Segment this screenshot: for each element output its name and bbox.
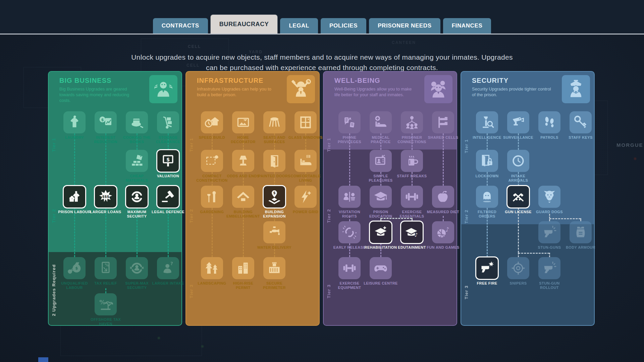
upgrade-valuation[interactable]: $ [156,149,180,173]
cctv-icon [511,115,526,130]
upgrade-seats-and-surfaces[interactable] [263,111,285,133]
tab-finances[interactable]: FINANCES [443,18,491,34]
upgrade-super-max-security[interactable] [126,257,148,279]
connector-dashed [443,133,444,186]
bureaucracy-screen: SHOWERCELLYARDCELLCANTEENMORGUE CONTRACT… [0,0,644,362]
upgrade-patrols[interactable] [538,111,560,133]
upgrade-medical-practice[interactable] [370,111,392,133]
grad-cap-note-icon: ♪ [405,225,419,240]
upgrade-secure-perimeter[interactable] [263,257,285,279]
upgrade-intake-arrivals[interactable] [507,150,529,172]
upgrade-gun-license[interactable] [506,185,530,208]
upgrade-building-embellishment[interactable] [232,186,254,208]
hand-truck-icon [161,115,175,130]
upgrade-high-rise-permit[interactable] [232,257,254,279]
book-pan-icon [129,115,144,130]
background-area-label: CANTEEN [392,40,416,45]
upgrade-lockdown[interactable] [476,150,498,172]
upgrade-maximum-security[interactable] [125,185,149,208]
upgrade-leisure-centre[interactable] [370,257,392,279]
upgrade-interest-reduction[interactable]: $ [95,111,117,133]
tab-policies[interactable]: POLICIES [321,18,366,34]
pine-trees-icon [205,261,219,276]
upgrade-offshore-tax-haven[interactable]: % [95,293,117,315]
upgrade-early-release[interactable] [338,221,361,243]
upgrade-staff-breaks[interactable] [401,150,423,172]
upgrade-tax-relief[interactable]: % [95,257,117,279]
upgrade-measured-diet[interactable] [432,186,454,208]
businessman-money-icon [153,79,173,99]
upgrade-phone-privileges[interactable] [338,111,361,133]
bolt-plus-icon [298,189,313,204]
connector-dashed [549,214,550,221]
connector-dashed [105,133,106,186]
upgrade-rehabilitation[interactable] [369,221,392,244]
upgrade-shared-cells[interactable] [432,111,454,133]
connector-dashed [580,218,581,221]
mug-icon [405,154,419,168]
percent-palm-icon: % [98,297,113,312]
upgrade-body-armour[interactable] [570,221,592,243]
connector-dashed [74,208,75,257]
upgrade-comfortable-living[interactable] [294,150,317,172]
upgrade-building-expansion[interactable]: $ [263,185,286,208]
upgrade-prisoner-connections[interactable] [401,111,423,133]
upgrade-painted-doors[interactable] [263,150,285,172]
upgrade-exercise-equipment[interactable] [338,257,361,279]
lamp-icon [236,154,251,168]
upgrade-snipers[interactable] [507,257,529,279]
upgrade-intelligence[interactable] [476,111,498,133]
upgrade-simple-pleasures[interactable] [370,150,392,172]
upgrade-prison-labour[interactable] [63,185,86,208]
connector-dashed [518,208,519,253]
upgrade-surveillance[interactable] [507,111,529,133]
tab-prisoner-needs[interactable]: PRISONER NEEDS [369,18,440,34]
connector-dashed [349,243,350,257]
warden-icon [566,79,586,99]
ghost-icon [480,189,494,204]
upgrade-larger-intake[interactable]: ? [157,257,179,279]
upgrade-filtered-orders[interactable] [476,186,498,208]
upgrade-larger-loans[interactable]: $$$ [94,185,117,208]
upgrade-compact-construction[interactable] [201,150,223,172]
upgrade-cheap-materials[interactable] [126,150,148,172]
tab-legal[interactable]: LEGAL [280,18,318,34]
upgrade-stun-guns[interactable] [538,221,560,243]
upgrade-glass-windows[interactable] [294,111,317,133]
tab-contracts[interactable]: CONTRACTS [153,18,208,34]
connector-dashed [212,133,213,150]
background-map-dot [201,345,204,348]
panel-well-being-title: WELL-BEING [334,77,380,84]
picture-frame-icon [236,115,251,130]
upgrade-stun-gun-rollout[interactable] [538,257,560,279]
upgrade-home-decorator[interactable] [232,111,254,133]
connector-dashed [105,208,106,257]
upgrade-guard-dogs[interactable] [538,186,560,208]
upgrade-gardening[interactable] [201,186,223,208]
upgrade-cooking-the-books[interactable] [126,111,148,133]
upgrade-water-delivery[interactable] [263,221,285,243]
panel-infrastructure: INFRASTRUCTUREInfrastruture Upgrades can… [185,71,320,326]
pistol-burst-icon [480,261,494,276]
upgrade-power-grid[interactable] [294,186,317,208]
tab-bureaucracy[interactable]: BUREAUCRACY [211,15,278,34]
upgrade-odds-and-ends[interactable] [232,150,254,172]
upgrade-exercise-essentials[interactable] [401,186,423,208]
upgrade-edutainment[interactable]: ♪ [400,221,424,244]
upgrade-legal-defence[interactable] [156,185,180,208]
connector-dashed [243,133,244,150]
upgrade-prison-education[interactable] [370,186,392,208]
upgrade-storage-clearance[interactable] [157,111,179,133]
dumbbell-icon [405,189,419,204]
upgrade-staff-keys[interactable] [570,111,592,133]
upgrade-fun-and-games[interactable]: ♪ [432,221,454,243]
vest-icon [573,225,588,240]
upgrade-free-fire[interactable] [475,256,499,280]
upgrade-unqualified-labour[interactable]: $ [63,257,86,279]
upgrade-visitation-rights[interactable] [338,186,361,208]
upgrade-speed-build[interactable] [201,111,223,133]
grad-cap-icon [373,189,388,204]
upgrade-laundry[interactable] [63,111,86,133]
upgrade-landscaping[interactable] [201,257,223,279]
upgrade-leisure-centre-label: LEISURE CENTRE [363,281,398,286]
